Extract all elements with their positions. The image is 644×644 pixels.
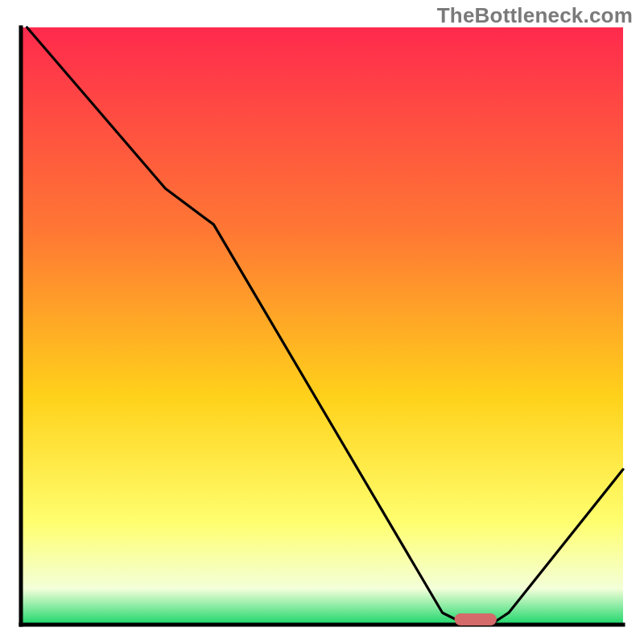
- svg-rect-0: [21, 27, 623, 625]
- chart-container: TheBottleneck.com: [0, 0, 644, 644]
- svg-rect-3: [455, 613, 497, 625]
- bottleneck-chart: [0, 0, 644, 644]
